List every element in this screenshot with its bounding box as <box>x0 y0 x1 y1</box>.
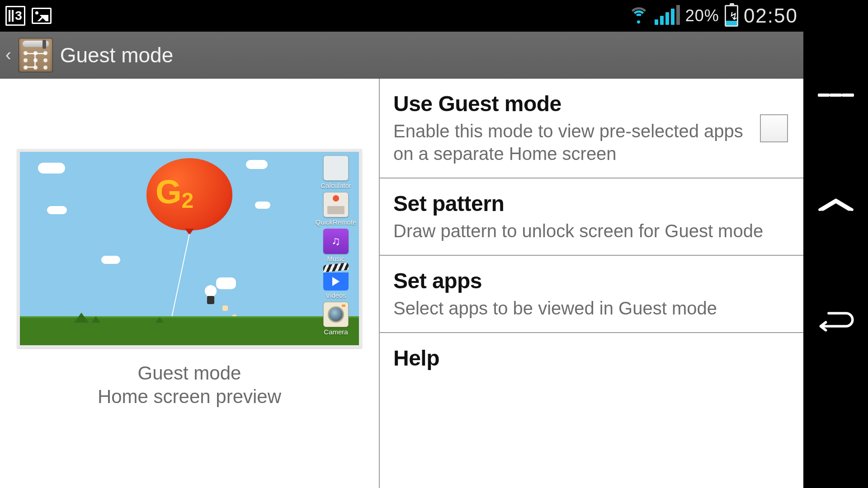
app-label: Camera <box>324 328 348 336</box>
settings-list: Use Guest mode Enable this mode to view … <box>380 79 803 488</box>
character-graphic <box>203 285 218 304</box>
cell-signal-icon <box>655 7 680 25</box>
system-nav-bar <box>803 0 868 488</box>
setting-title: Help <box>393 346 788 371</box>
app-label: QuickRemote <box>316 218 357 226</box>
home-screen-preview[interactable]: G2 Calculator <box>17 149 362 348</box>
setting-description: Select apps to be viewed in Guest mode <box>393 297 788 319</box>
back-button[interactable] <box>818 307 854 334</box>
app-label: Videos <box>326 291 346 299</box>
setting-set-pattern[interactable]: Set pattern Draw pattern to unlock scree… <box>380 178 803 256</box>
preview-app-camera: Camera <box>323 302 349 336</box>
music-icon: ♫ <box>323 229 349 254</box>
battery-percent: 20% <box>685 6 719 25</box>
screenshot-notification-icon <box>32 8 52 24</box>
setting-title: Set pattern <box>393 191 788 216</box>
guest-mode-app-icon[interactable] <box>19 38 53 72</box>
battery-charging-icon: ↯ <box>725 5 738 27</box>
app-label: Calculator <box>321 182 351 189</box>
camera-icon <box>323 302 349 327</box>
setting-use-guest-mode[interactable]: Use Guest mode Enable this mode to view … <box>380 79 803 178</box>
setting-set-apps[interactable]: Set apps Select apps to be viewed in Gue… <box>380 256 803 333</box>
preview-app-videos: Videos <box>323 265 349 299</box>
wifi-icon <box>628 7 649 24</box>
calculator-icon <box>323 155 349 181</box>
balloon-letter: G <box>156 173 182 211</box>
setting-description: Draw pattern to unlock screen for Guest … <box>393 220 788 242</box>
page-title: Guest mode <box>60 43 174 67</box>
setting-description: Enable this mode to view pre-selected ap… <box>393 120 746 165</box>
setting-help[interactable]: Help <box>380 333 803 387</box>
clock: 02:50 <box>744 5 798 27</box>
preview-app-music: ♫ Music <box>323 229 349 263</box>
balloon-number: 2 <box>182 188 194 212</box>
caption-line: Home screen preview <box>98 385 281 409</box>
setting-title: Set apps <box>393 268 788 293</box>
preview-app-quickremote: QuickRemote <box>316 192 357 226</box>
preview-caption: Guest mode Home screen preview <box>98 361 281 409</box>
caption-line: Guest mode <box>98 361 281 385</box>
setting-title: Use Guest mode <box>393 91 746 116</box>
sim-indicator-icon: 3 <box>5 6 25 26</box>
status-bar: 3 20% ↯ 02:50 <box>0 0 803 32</box>
preview-app-calculator: Calculator <box>321 155 351 189</box>
action-bar: ‹ Guest mode <box>0 32 803 79</box>
videos-icon <box>323 265 349 291</box>
guest-mode-checkbox[interactable] <box>760 114 788 142</box>
sim-number: 3 <box>15 9 22 23</box>
quickremote-icon <box>323 192 349 217</box>
back-chevron-icon[interactable]: ‹ <box>5 45 11 65</box>
app-label: Music <box>327 255 344 263</box>
preview-pane: G2 Calculator <box>0 79 380 488</box>
menu-button[interactable] <box>818 81 854 108</box>
home-button[interactable] <box>818 194 854 221</box>
